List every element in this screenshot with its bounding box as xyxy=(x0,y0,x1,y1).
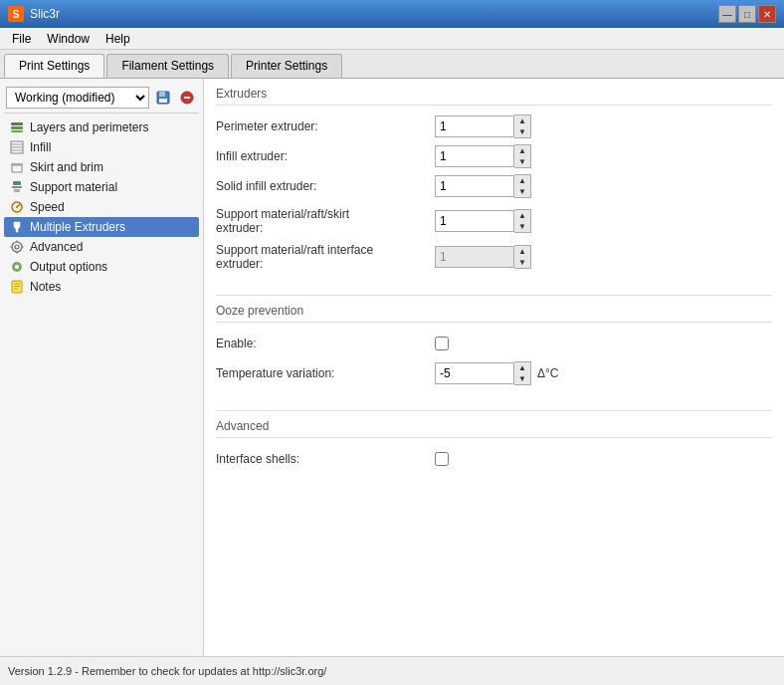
sidebar-item-speed[interactable]: Speed xyxy=(4,197,199,217)
perimeter-extruder-input[interactable] xyxy=(435,115,514,137)
support-skirt-extruder-row: Support material/raft/skirtextruder: ▲ ▼ xyxy=(216,203,772,235)
perimeter-extruder-label: Perimeter extruder: xyxy=(216,119,435,133)
delete-profile-button[interactable] xyxy=(177,88,197,108)
temp-variation-suffix: Δ°C xyxy=(537,366,558,380)
svg-rect-1 xyxy=(159,92,165,97)
support-skirt-extruder-input[interactable] xyxy=(435,210,514,232)
ooze-enable-checkbox[interactable] xyxy=(435,337,449,350)
sidebar-label-output-options: Output options xyxy=(30,260,107,274)
interface-shells-row: Interface shells: xyxy=(216,446,772,472)
minimize-button[interactable]: — xyxy=(718,5,736,23)
perimeter-extruder-down[interactable]: ▼ xyxy=(514,126,530,137)
status-bar: Version 1.2.9 - Remember to check for up… xyxy=(0,656,784,684)
sidebar-label-multiple-extruders: Multiple Extruders xyxy=(30,220,125,234)
perimeter-extruder-spinner-btns: ▲ ▼ xyxy=(514,114,531,138)
advanced-icon xyxy=(10,240,24,254)
status-text: Version 1.2.9 - Remember to check for up… xyxy=(8,665,326,677)
extruder-icon xyxy=(10,220,24,234)
sidebar-item-advanced[interactable]: Advanced xyxy=(4,237,199,257)
advanced-section-header: Advanced xyxy=(216,419,772,438)
temp-variation-row: Temperature variation: ▲ ▼ Δ°C xyxy=(216,360,772,386)
sidebar-item-notes[interactable]: Notes xyxy=(4,277,199,297)
profile-select[interactable]: Working (modified) xyxy=(6,87,149,109)
divider-1 xyxy=(216,295,772,296)
sidebar-label-speed: Speed xyxy=(30,200,65,214)
solid-infill-extruder-input[interactable] xyxy=(435,175,514,197)
infill-icon xyxy=(10,140,24,154)
ooze-section-header: Ooze prevention xyxy=(216,304,772,323)
infill-extruder-up[interactable]: ▲ xyxy=(514,145,530,156)
svg-rect-14 xyxy=(13,181,21,185)
infill-extruder-row: Infill extruder: ▲ ▼ xyxy=(216,143,772,169)
sidebar-item-skirt[interactable]: Skirt and brim xyxy=(4,157,199,177)
title-bar: S Slic3r — □ ✕ xyxy=(0,0,784,28)
infill-extruder-spinner-btns: ▲ ▼ xyxy=(514,144,531,168)
save-profile-button[interactable] xyxy=(153,88,173,108)
support-interface-extruder-input[interactable] xyxy=(435,246,514,268)
infill-extruder-input[interactable] xyxy=(435,145,514,167)
svg-rect-2 xyxy=(159,99,167,103)
notes-icon xyxy=(10,280,24,294)
sidebar-item-layers[interactable]: Layers and perimeters xyxy=(4,117,199,137)
tab-filament-settings[interactable]: Filament Settings xyxy=(106,54,229,78)
menu-file[interactable]: File xyxy=(4,30,39,48)
solid-infill-extruder-down[interactable]: ▼ xyxy=(514,186,530,197)
menu-bar: File Window Help xyxy=(0,28,784,50)
ooze-enable-row: Enable: xyxy=(216,331,772,356)
menu-window[interactable]: Window xyxy=(39,30,98,48)
interface-shells-checkbox[interactable] xyxy=(435,452,449,466)
menu-help[interactable]: Help xyxy=(98,30,138,48)
sidebar-item-output-options[interactable]: Output options xyxy=(4,257,199,277)
infill-extruder-label: Infill extruder: xyxy=(216,149,435,163)
sidebar-label-advanced: Advanced xyxy=(30,240,83,254)
sidebar-label-support: Support material xyxy=(30,180,117,194)
support-skirt-extruder-up[interactable]: ▲ xyxy=(514,210,530,221)
perimeter-extruder-up[interactable]: ▲ xyxy=(514,115,530,126)
temp-variation-label: Temperature variation: xyxy=(216,366,435,380)
svg-rect-16 xyxy=(14,189,20,192)
svg-rect-15 xyxy=(12,186,22,188)
svg-point-27 xyxy=(15,265,19,269)
support-interface-extruder-label: Support material/raft interfaceextruder: xyxy=(216,243,435,271)
solid-infill-extruder-up[interactable]: ▲ xyxy=(514,175,530,186)
close-button[interactable]: ✕ xyxy=(758,5,776,23)
layers-icon xyxy=(10,120,24,134)
tab-print-settings[interactable]: Print Settings xyxy=(4,54,104,78)
solid-infill-extruder-label: Solid infill extruder: xyxy=(216,179,435,193)
sidebar: Working (modified) xyxy=(0,79,204,656)
infill-extruder-down[interactable]: ▼ xyxy=(514,156,530,167)
maximize-button[interactable]: □ xyxy=(738,5,756,23)
svg-point-20 xyxy=(12,242,22,252)
tab-bar: Print Settings Filament Settings Printer… xyxy=(0,50,784,79)
extruders-section-header: Extruders xyxy=(216,87,772,106)
sidebar-item-multiple-extruders[interactable]: Multiple Extruders xyxy=(4,217,199,237)
main-content: Working (modified) xyxy=(0,79,784,656)
sidebar-label-skirt: Skirt and brim xyxy=(30,160,103,174)
right-panel: Extruders Perimeter extruder: ▲ ▼ Infill… xyxy=(204,79,784,656)
support-interface-extruder-spinner: ▲ ▼ xyxy=(435,245,531,269)
infill-extruder-spinner: ▲ ▼ xyxy=(435,144,531,168)
sidebar-item-support[interactable]: Support material xyxy=(4,177,199,197)
svg-point-21 xyxy=(15,245,19,249)
tab-printer-settings[interactable]: Printer Settings xyxy=(231,54,342,78)
temp-variation-down[interactable]: ▼ xyxy=(514,373,530,384)
support-skirt-extruder-label: Support material/raft/skirtextruder: xyxy=(216,207,435,235)
app-title: Slic3r xyxy=(30,7,60,21)
spacer-1 xyxy=(216,275,772,287)
perimeter-extruder-row: Perimeter extruder: ▲ ▼ xyxy=(216,114,772,139)
support-icon xyxy=(10,180,24,194)
speed-icon xyxy=(10,200,24,214)
support-skirt-extruder-spinner-btns: ▲ ▼ xyxy=(514,209,531,233)
support-interface-extruder-spinner-btns: ▲ ▼ xyxy=(514,245,531,269)
output-icon xyxy=(10,260,24,274)
ooze-enable-label: Enable: xyxy=(216,337,435,350)
temp-variation-input[interactable] xyxy=(435,362,514,384)
temp-variation-up[interactable]: ▲ xyxy=(514,362,530,373)
window-controls: — □ ✕ xyxy=(718,5,776,23)
support-interface-extruder-up[interactable]: ▲ xyxy=(514,246,530,257)
divider-2 xyxy=(216,410,772,411)
support-interface-extruder-down[interactable]: ▼ xyxy=(514,257,530,268)
support-skirt-extruder-down[interactable]: ▼ xyxy=(514,221,530,232)
temp-variation-spinner-btns: ▲ ▼ xyxy=(514,361,531,385)
sidebar-item-infill[interactable]: Infill xyxy=(4,137,199,157)
